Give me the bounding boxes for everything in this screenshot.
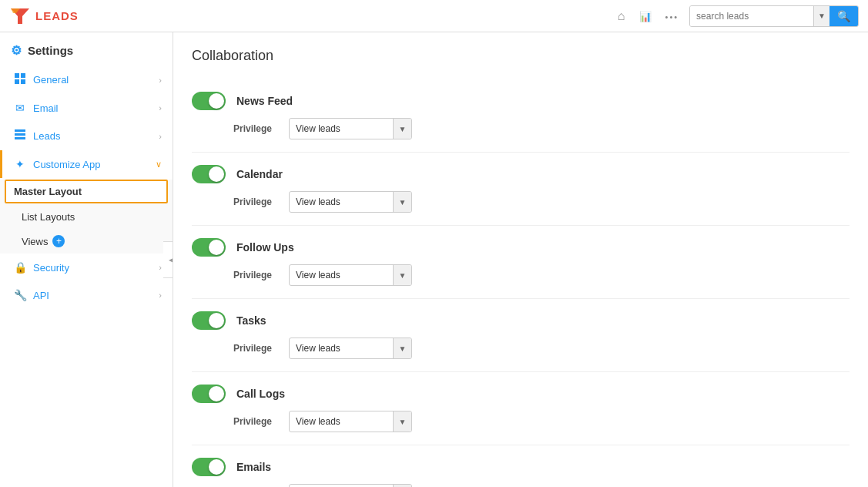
sidebar-item-general[interactable]: General › <box>0 65 173 94</box>
search-dropdown-button[interactable]: ▼ <box>813 6 829 26</box>
api-icon: 🔧 <box>13 289 27 301</box>
security-chevron-icon: › <box>159 263 162 272</box>
email-chevron-icon: › <box>159 103 162 113</box>
email-icon: ✉ <box>13 102 27 114</box>
views-label: Views <box>22 236 48 247</box>
privilege-label-news-feed: Privilege <box>233 123 280 134</box>
svg-rect-2 <box>15 73 19 78</box>
section-name-news-feed: News Feed <box>236 95 293 107</box>
security-icon: 🔒 <box>13 261 27 274</box>
privilege-row-tasks: Privilege View leads ▼ <box>192 338 850 359</box>
toggle-knob-tasks <box>209 313 224 328</box>
privilege-row-call-logs: Privilege View leads ▼ <box>192 411 850 432</box>
privilege-value-follow-ups: View leads <box>290 270 393 280</box>
leads-chevron-icon: › <box>159 132 162 141</box>
sidebar-item-security[interactable]: 🔒 Security › <box>0 254 173 281</box>
section-name-calendar: Calendar <box>236 168 283 180</box>
submenu-item-views[interactable]: Views + <box>0 229 173 254</box>
privilege-row-calendar: Privilege View leads ▼ <box>192 191 850 213</box>
settings-label: Settings <box>28 44 73 57</box>
toggle-calendar[interactable] <box>192 165 226 183</box>
privilege-dropdown-arrow-news-feed: ▼ <box>393 119 411 139</box>
privilege-select-follow-ups[interactable]: View leads ▼ <box>289 264 412 286</box>
sidebar-collapse-toggle[interactable]: ◀ <box>163 241 173 278</box>
sidebar: ⚙ Settings General › ✉ Email › Leads › <box>0 32 173 487</box>
dots-icon: ••• <box>665 12 679 22</box>
home-icon: ⌂ <box>618 9 625 22</box>
collab-row-news-feed: News Feed <box>192 92 850 110</box>
search-input[interactable] <box>690 6 813 26</box>
views-add-button[interactable]: + <box>52 235 65 247</box>
sidebar-item-leads[interactable]: Leads › <box>0 122 173 150</box>
settings-header: ⚙ Settings <box>0 32 173 65</box>
chart-button[interactable]: 📊 <box>636 6 655 26</box>
svg-rect-6 <box>15 129 25 132</box>
privilege-label-calendar: Privilege <box>233 196 280 207</box>
privilege-row-follow-ups: Privilege View leads ▼ <box>192 264 850 286</box>
general-chevron-icon: › <box>159 76 162 85</box>
svg-rect-4 <box>15 79 19 84</box>
svg-rect-7 <box>15 133 25 136</box>
sidebar-item-customize-app[interactable]: ✦ Customize App ∨ <box>0 150 173 178</box>
main-layout: ⚙ Settings General › ✉ Email › Leads › <box>0 32 868 487</box>
section-name-follow-ups: Follow Ups <box>236 241 294 254</box>
privilege-dropdown-arrow-calendar: ▼ <box>393 192 411 212</box>
section-name-call-logs: Call Logs <box>236 388 285 400</box>
search-icon: 🔍 <box>837 10 850 22</box>
privilege-value-call-logs: View leads <box>290 416 393 427</box>
section-name-emails: Emails <box>236 461 271 473</box>
toggle-news-feed[interactable] <box>192 92 226 110</box>
submenu-item-list-layouts[interactable]: List Layouts <box>0 205 173 229</box>
header-icons: ⌂ 📊 ••• <box>615 6 682 26</box>
toggle-call-logs[interactable] <box>192 385 226 403</box>
content-area: Collaboration News FeedPrivilege View le… <box>173 32 868 487</box>
home-button[interactable]: ⌂ <box>615 6 628 26</box>
toggle-knob-call-logs <box>209 386 224 401</box>
privilege-select-calendar[interactable]: View leads ▼ <box>289 191 412 213</box>
logo-area: LEADS <box>9 5 79 27</box>
master-layout-label: Master Layout <box>14 186 82 197</box>
logo-icon <box>9 5 31 27</box>
toggle-emails[interactable] <box>192 458 226 476</box>
svg-rect-3 <box>21 73 25 78</box>
privilege-select-emails[interactable]: View leads ▼ <box>289 484 412 487</box>
collab-row-emails: Emails <box>192 458 850 476</box>
collab-section-news-feed: News FeedPrivilege View leads ▼ <box>192 79 850 153</box>
privilege-value-tasks: View leads <box>290 343 393 354</box>
content-title: Collaboration <box>192 48 850 64</box>
toggle-follow-ups[interactable] <box>192 238 226 257</box>
collab-section-follow-ups: Follow UpsPrivilege View leads ▼ <box>192 226 850 299</box>
collab-row-follow-ups: Follow Ups <box>192 238 850 257</box>
security-label: Security <box>33 262 152 274</box>
privilege-select-call-logs[interactable]: View leads ▼ <box>289 411 412 432</box>
privilege-dropdown-arrow-follow-ups: ▼ <box>393 265 411 285</box>
privilege-dropdown-arrow-tasks: ▼ <box>393 338 411 358</box>
submenu-item-master-layout[interactable]: Master Layout <box>5 180 168 203</box>
collab-row-call-logs: Call Logs <box>192 385 850 403</box>
privilege-dropdown-arrow-call-logs: ▼ <box>393 411 411 432</box>
leads-label: Leads <box>33 130 152 142</box>
privilege-value-news-feed: View leads <box>290 123 393 134</box>
privilege-select-tasks[interactable]: View leads ▼ <box>289 338 412 359</box>
api-label: API <box>33 290 152 301</box>
top-header: LEADS ⌂ 📊 ••• ▼ 🔍 <box>0 0 868 32</box>
privilege-row-news-feed: Privilege View leads ▼ <box>192 118 850 139</box>
sidebar-item-email[interactable]: ✉ Email › <box>0 94 173 122</box>
sidebar-item-api[interactable]: 🔧 API › <box>0 281 173 309</box>
toggle-knob-calendar <box>209 166 224 182</box>
privilege-select-news-feed[interactable]: View leads ▼ <box>289 118 412 139</box>
customize-app-submenu: Master Layout List Layouts Views + <box>0 180 173 254</box>
customize-app-chevron-icon: ∨ <box>156 160 162 170</box>
collab-row-calendar: Calendar <box>192 165 850 183</box>
collapse-icon: ◀ <box>169 254 173 265</box>
section-name-tasks: Tasks <box>236 314 266 327</box>
collab-section-call-logs: Call LogsPrivilege View leads ▼ <box>192 372 850 445</box>
more-button[interactable]: ••• <box>662 6 682 26</box>
general-label: General <box>33 74 152 86</box>
collab-section-tasks: TasksPrivilege View leads ▼ <box>192 299 850 372</box>
toggle-tasks[interactable] <box>192 311 226 330</box>
chart-icon: 📊 <box>639 11 652 22</box>
search-submit-button[interactable]: 🔍 <box>829 6 858 26</box>
api-chevron-icon: › <box>159 291 162 300</box>
privilege-label-follow-ups: Privilege <box>233 270 280 280</box>
